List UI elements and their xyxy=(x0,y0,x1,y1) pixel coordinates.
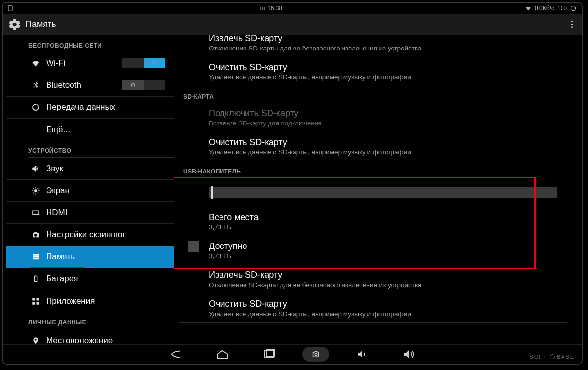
sound-icon xyxy=(30,163,41,174)
sidebar-item-label: Звук xyxy=(46,164,63,173)
sidebar-item-battery[interactable]: Батарея xyxy=(6,268,174,290)
sidebar-item-screenshot[interactable]: Настройки скриншот xyxy=(6,224,174,246)
wifi-toggle[interactable]: I xyxy=(122,58,165,68)
row-subtitle: Отключение SD-карты для ее безопасного и… xyxy=(209,45,567,52)
sidebar-item-label: Память xyxy=(46,252,75,262)
sidebar-item-label: Ещё... xyxy=(46,125,70,135)
status-battery: 100 xyxy=(557,5,567,12)
sidebar-item-wifi[interactable]: Wi-Fi I xyxy=(6,52,174,74)
sidebar-item-label: Приложения xyxy=(46,296,95,306)
gear-icon xyxy=(8,18,22,31)
usb-storage-bar-row[interactable] xyxy=(179,178,567,207)
wifi-icon xyxy=(525,5,532,12)
svg-rect-21 xyxy=(37,302,39,304)
row-value: 3,73 ГБ xyxy=(209,223,567,231)
svg-rect-13 xyxy=(33,254,39,256)
nav-recents-button[interactable] xyxy=(256,347,283,362)
nav-home-button[interactable] xyxy=(209,347,236,362)
svg-rect-12 xyxy=(33,211,39,215)
row-title: Очистить SD-карту xyxy=(209,137,567,148)
rotation-lock-icon xyxy=(7,5,14,12)
settings-detail-pane: Извлечь SD-карту Отключение SD-карты для… xyxy=(174,35,582,344)
row-value: 3,73 ГБ xyxy=(209,252,567,260)
sidebar-item-more[interactable]: Ещё... xyxy=(6,119,174,141)
svg-point-3 xyxy=(34,189,37,192)
row-subtitle: Отключение SD-карты для ее безопасного и… xyxy=(209,281,567,289)
row-eject-usb[interactable]: Извлечь SD-карту Отключение SD-карты для… xyxy=(179,265,567,294)
sidebar-item-bluetooth[interactable]: Bluetooth O xyxy=(6,74,174,97)
sidebar-item-label: Настройки скриншот xyxy=(46,230,126,240)
row-mount-sd: Подключить SD-карту Вставьте SD-карту дл… xyxy=(179,103,567,132)
brightness-icon xyxy=(30,185,41,196)
row-title: Очистить SD-карту xyxy=(209,299,567,309)
svg-rect-0 xyxy=(8,6,12,11)
page-title: Память xyxy=(25,19,56,29)
section-wireless: БЕСПРОВОДНЫЕ СЕТИ xyxy=(6,35,174,52)
watermark: SOFTBASE xyxy=(529,354,575,360)
row-subtitle: Вставьте SD-карту для подключения xyxy=(209,120,567,127)
sidebar-item-label: Передача данных xyxy=(46,102,115,112)
sidebar-item-label: Местоположение xyxy=(46,336,113,345)
sidebar-item-label: Bluetooth xyxy=(46,80,81,90)
data-usage-icon xyxy=(30,102,41,113)
sidebar-item-storage[interactable]: Память xyxy=(6,246,174,268)
svg-line-10 xyxy=(33,193,34,194)
nav-volume-down-button[interactable] xyxy=(349,347,376,362)
sidebar-item-label: Wi-Fi xyxy=(46,58,66,68)
available-color-swatch xyxy=(188,241,199,252)
svg-rect-15 xyxy=(33,258,39,259)
camera-icon xyxy=(30,229,41,240)
overflow-menu-button[interactable] xyxy=(567,21,577,28)
row-subtitle: Удаляет все данные с SD-карты, например … xyxy=(209,310,567,318)
apps-icon xyxy=(30,296,41,307)
status-net-speed: 0,0Кб/с xyxy=(535,5,554,12)
row-title: Извлечь SD-карту xyxy=(209,35,567,44)
row-usb-available[interactable]: Доступно 3,73 ГБ xyxy=(179,236,567,265)
hdmi-icon xyxy=(30,207,41,218)
sidebar-item-label: Экран xyxy=(46,186,70,196)
annotation-arrow xyxy=(174,226,179,280)
category-sdcard: SD-КАРТА xyxy=(179,86,567,103)
section-device: УСТРОЙСТВО xyxy=(6,141,174,157)
row-usb-total[interactable]: Всего места 3,73 ГБ xyxy=(179,207,567,236)
svg-line-9 xyxy=(38,193,39,194)
battery-icon xyxy=(30,273,41,284)
row-subtitle: Удаляет все данные с SD-карты, например … xyxy=(209,148,567,156)
battery-circle-icon xyxy=(570,5,577,12)
row-title: Всего места xyxy=(209,212,567,222)
row-erase-sd[interactable]: Очистить SD-карту Удаляет все данные с S… xyxy=(179,57,567,86)
category-usb: USB-НАКОПИТЕЛЬ xyxy=(179,161,567,178)
sidebar-item-apps[interactable]: Приложения xyxy=(6,290,174,312)
svg-rect-19 xyxy=(37,298,39,300)
nav-volume-up-button[interactable] xyxy=(395,347,422,362)
svg-point-1 xyxy=(571,6,575,10)
svg-rect-16 xyxy=(34,276,37,282)
svg-rect-20 xyxy=(32,302,35,304)
sidebar-item-label: HDMI xyxy=(46,208,67,218)
bluetooth-toggle[interactable]: O xyxy=(122,80,165,90)
sidebar-item-location[interactable]: Местоположение xyxy=(6,329,174,344)
sidebar-item-display[interactable]: Экран xyxy=(6,180,174,202)
system-nav-bar: SOFTBASE xyxy=(3,344,582,364)
status-bar: пт 16:38 0,0Кб/с 100 xyxy=(3,3,582,14)
sidebar-item-sound[interactable]: Звук xyxy=(6,158,174,180)
wifi-icon xyxy=(30,58,41,69)
nav-screenshot-button[interactable] xyxy=(302,347,329,362)
row-erase-sd-2[interactable]: Очистить SD-карту Удаляет все данные с S… xyxy=(179,132,567,161)
sidebar-item-label: Батарея xyxy=(46,274,78,284)
svg-line-11 xyxy=(38,188,39,189)
row-title: Извлечь SD-карту xyxy=(209,270,567,280)
sidebar-item-data-usage[interactable]: Передача данных xyxy=(6,97,174,119)
row-erase-usb[interactable]: Очистить SD-карту Удаляет все данные с S… xyxy=(179,294,567,323)
usb-storage-bar xyxy=(209,187,557,198)
nav-back-button[interactable] xyxy=(163,347,190,362)
svg-rect-17 xyxy=(35,275,37,276)
row-subtitle: Удаляет все данные с SD-карты, например … xyxy=(209,74,567,81)
svg-rect-18 xyxy=(32,298,35,300)
row-title: Очистить SD-карту xyxy=(209,62,567,73)
row-eject-sd[interactable]: Извлечь SD-карту Отключение SD-карты для… xyxy=(179,35,567,57)
section-personal: ЛИЧНЫЕ ДАННЫЕ xyxy=(6,312,174,329)
sidebar-item-hdmi[interactable]: HDMI xyxy=(6,202,174,224)
settings-sidebar: БЕСПРОВОДНЫЕ СЕТИ Wi-Fi I Bluetooth O Пе… xyxy=(3,35,174,344)
status-time: пт 16:38 xyxy=(18,5,525,12)
